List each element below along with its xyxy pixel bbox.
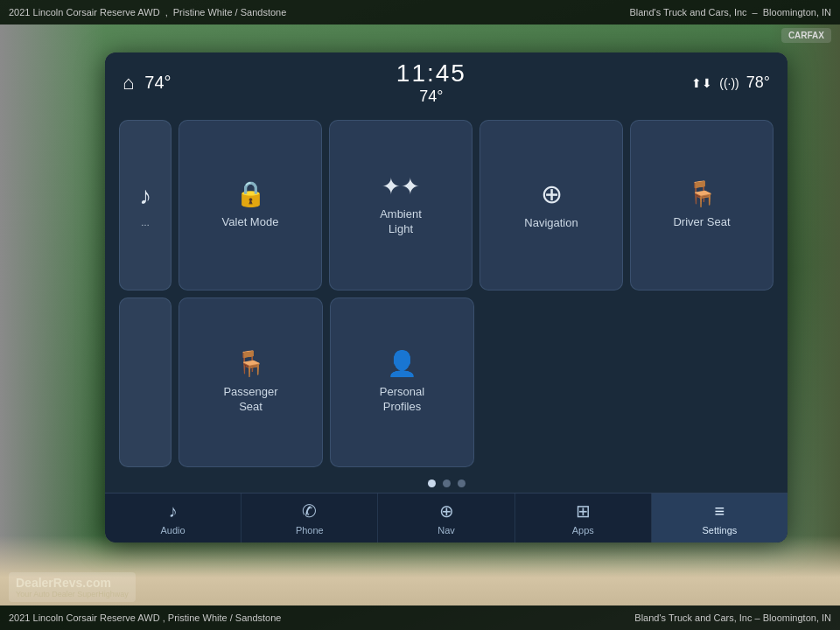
bottom-bar-right: Bland's Truck and Cars, Inc – Bloomingto… (634, 612, 831, 623)
carfax-label: CARFAX (788, 31, 824, 40)
watermark-tagline: Your Auto Dealer SuperHighway (16, 590, 129, 598)
valet-mode-icon: 🔒 (235, 179, 266, 208)
infotainment-screen: ⌂ 74° 11:45 74° ⬆⬇ ((·)) 78° ♪ … (105, 52, 788, 542)
empty-slot-1 (481, 298, 624, 468)
top-bar-left: 2021 Lincoln Corsair Reserve AWD , Prist… (9, 7, 286, 18)
clock-display: 11:45 (396, 60, 466, 88)
car-title-bottom: 2021 Lincoln Corsair Reserve AWD (9, 612, 160, 623)
signal-icon: ⬆⬇ (691, 76, 712, 90)
driver-seat-label: Driver Seat (673, 215, 730, 230)
driver-seat-icon: 🪑 (687, 179, 718, 208)
audio-nav-icon: ♪ (169, 501, 178, 522)
tile-ambient-light[interactable]: ✦✦ AmbientLight (329, 120, 472, 290)
separator1: , (165, 7, 168, 18)
carfax-badge: CARFAX (781, 28, 831, 43)
infotainment-screen-wrapper: ⌂ 74° 11:45 74° ⬆⬇ ((·)) 78° ♪ … (105, 52, 788, 542)
temp-right: 78° (746, 74, 770, 92)
tile-valet-mode[interactable]: 🔒 Valet Mode (178, 120, 322, 290)
settings-nav-icon: ≡ (715, 501, 725, 522)
passenger-seat-icon: 🪑 (235, 349, 266, 378)
car-title-top: 2021 Lincoln Corsair Reserve AWD (9, 7, 160, 18)
apps-nav-icon: ⊞ (576, 500, 591, 522)
separator4: – (755, 612, 760, 623)
bottom-bar: 2021 Lincoln Corsair Reserve AWD , Prist… (0, 606, 840, 630)
dealer-bottom: Bland's Truck and Cars, Inc (634, 612, 752, 623)
location-bottom: Bloomington, IN (763, 612, 831, 623)
tile-driver-seat[interactable]: 🪑 Driver Seat (630, 120, 774, 290)
personal-profiles-icon: 👤 (387, 349, 417, 378)
nav-apps[interactable]: ⊞ Apps (515, 494, 652, 542)
screen-nav-bar: ♪ Audio ✆ Phone ⊕ Nav ⊞ Apps ≡ Settings (105, 493, 788, 542)
tile-passenger-seat[interactable]: 🪑 PassengerSeat (178, 298, 323, 468)
interior-left (0, 24, 105, 606)
temp-center: 74° (419, 88, 443, 106)
ambient-light-icon: ✦✦ (382, 173, 420, 200)
tile-navigation[interactable]: ⊕ Navigation (480, 120, 623, 290)
separator2: – (752, 7, 758, 18)
phone-nav-icon: ✆ (302, 500, 317, 522)
car-trim-top: Pristine White / Sandstone (173, 7, 287, 18)
wifi-icon: ((·)) (719, 76, 739, 90)
nav-nav-label: Nav (438, 525, 455, 536)
personal-profiles-label: PersonalProfiles (380, 385, 424, 415)
apps-nav-label: Apps (572, 525, 594, 536)
status-bar-right: ⬆⬇ ((·)) 78° (691, 74, 770, 92)
ambient-light-label: AmbientLight (380, 207, 422, 237)
navigation-label: Navigation (524, 216, 578, 231)
nav-nav-icon: ⊕ (439, 500, 454, 522)
bottom-bar-left: 2021 Lincoln Corsair Reserve AWD , Prist… (9, 612, 281, 623)
settings-nav-label: Settings (703, 525, 738, 536)
tile-personal-profiles[interactable]: 👤 PersonalProfiles (330, 298, 474, 468)
page-dots (105, 474, 788, 493)
dot-3[interactable] (458, 480, 466, 487)
nav-settings[interactable]: ≡ Settings (652, 494, 788, 542)
nav-audio[interactable]: ♪ Audio (105, 494, 242, 542)
screen-main-grid: ♪ … 🔒 Valet Mode ✦✦ AmbientLight ⊕ Navig… (105, 113, 788, 474)
navigation-icon: ⊕ (541, 178, 563, 209)
tile-row-1: ♪ … 🔒 Valet Mode ✦✦ AmbientLight ⊕ Navig… (119, 120, 774, 290)
audio-nav-label: Audio (161, 525, 186, 536)
partial-label: … (141, 217, 150, 228)
top-bar-right: Bland's Truck and Cars, Inc – Bloomingto… (629, 7, 831, 18)
empty-slot-2 (631, 298, 774, 468)
watermark: DealerRevs.com Your Auto Dealer SuperHig… (9, 572, 136, 602)
nav-phone[interactable]: ✆ Phone (242, 494, 378, 542)
partial-icon: ♪ (139, 182, 151, 210)
dealer-top: Bland's Truck and Cars, Inc (629, 7, 746, 18)
tile-row-2: 🪑 PassengerSeat 👤 PersonalProfiles (119, 298, 774, 468)
dot-2[interactable] (443, 480, 451, 487)
passenger-seat-label: PassengerSeat (223, 385, 277, 415)
temp-left: 74° (144, 73, 171, 93)
screen-status-bar: ⌂ 74° 11:45 74° ⬆⬇ ((·)) 78° (105, 52, 788, 113)
tile-partial-left-2 (119, 298, 172, 468)
home-icon[interactable]: ⌂ (122, 72, 134, 94)
location-top: Bloomington, IN (763, 7, 831, 18)
status-bar-left: ⌂ 74° (122, 72, 172, 94)
dot-1[interactable] (428, 480, 436, 487)
nav-nav[interactable]: ⊕ Nav (378, 494, 514, 542)
status-bar-center: 11:45 74° (396, 60, 466, 106)
car-trim-bottom: Pristine White / Sandstone (168, 612, 282, 623)
top-bar: 2021 Lincoln Corsair Reserve AWD , Prist… (0, 0, 840, 24)
phone-nav-label: Phone (296, 525, 324, 536)
watermark-logo: DealerRevs.com (16, 576, 129, 590)
tile-partial-left: ♪ … (119, 120, 172, 290)
valet-mode-label: Valet Mode (222, 215, 279, 230)
separator3: , (163, 612, 165, 623)
